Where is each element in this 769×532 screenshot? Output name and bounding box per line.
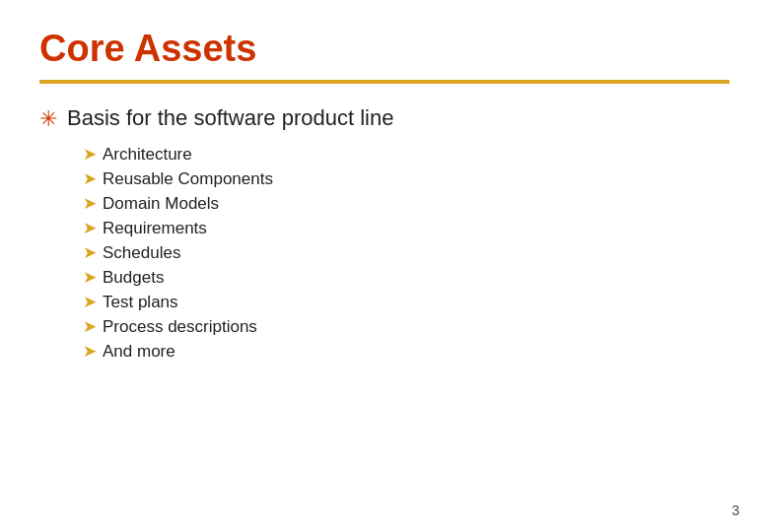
page-number: 3 bbox=[732, 502, 739, 518]
arrow-icon: ➤ bbox=[83, 316, 97, 337]
arrow-icon: ➤ bbox=[83, 292, 97, 312]
arrow-icon: ➤ bbox=[83, 193, 97, 214]
arrow-icon: ➤ bbox=[83, 144, 97, 165]
arrow-icon: ➤ bbox=[83, 341, 97, 362]
star-icon: ✳ bbox=[39, 106, 57, 132]
sub-bullet-text: Domain Models bbox=[103, 194, 219, 214]
sub-bullet-text: Schedules bbox=[103, 243, 180, 263]
slide: Core Assets ✳ Basis for the software pro… bbox=[0, 0, 769, 532]
sub-bullet-text: Process descriptions bbox=[103, 317, 257, 337]
sub-bullet-text: And more bbox=[103, 342, 175, 362]
sub-bullet-item: ➤Schedules bbox=[83, 242, 730, 263]
arrow-icon: ➤ bbox=[83, 242, 97, 263]
sub-bullet-text: Requirements bbox=[103, 219, 207, 238]
sub-bullet-item: ➤Test plans bbox=[83, 292, 730, 312]
sub-bullet-text: Reusable Components bbox=[103, 169, 273, 189]
arrow-icon: ➤ bbox=[83, 168, 97, 189]
sub-bullet-item: ➤Budgets bbox=[83, 267, 730, 288]
main-bullet-text: Basis for the software product line bbox=[67, 105, 393, 131]
arrow-icon: ➤ bbox=[83, 267, 97, 288]
sub-bullet-item: ➤Reusable Components bbox=[83, 168, 730, 189]
sub-bullet-item: ➤Requirements bbox=[83, 218, 730, 238]
main-bullet: ✳ Basis for the software product line bbox=[39, 105, 730, 132]
arrow-icon: ➤ bbox=[83, 218, 97, 238]
sub-bullet-item: ➤Process descriptions bbox=[83, 316, 730, 337]
slide-title: Core Assets bbox=[39, 28, 730, 70]
divider-bar bbox=[39, 80, 730, 84]
sub-bullets-list: ➤Architecture➤Reusable Components➤Domain… bbox=[83, 144, 730, 362]
sub-bullet-item: ➤Architecture bbox=[83, 144, 730, 165]
sub-bullet-text: Budgets bbox=[103, 268, 164, 288]
sub-bullet-text: Architecture bbox=[103, 145, 192, 165]
sub-bullet-item: ➤And more bbox=[83, 341, 730, 362]
sub-bullet-item: ➤Domain Models bbox=[83, 193, 730, 214]
sub-bullet-text: Test plans bbox=[103, 293, 178, 312]
